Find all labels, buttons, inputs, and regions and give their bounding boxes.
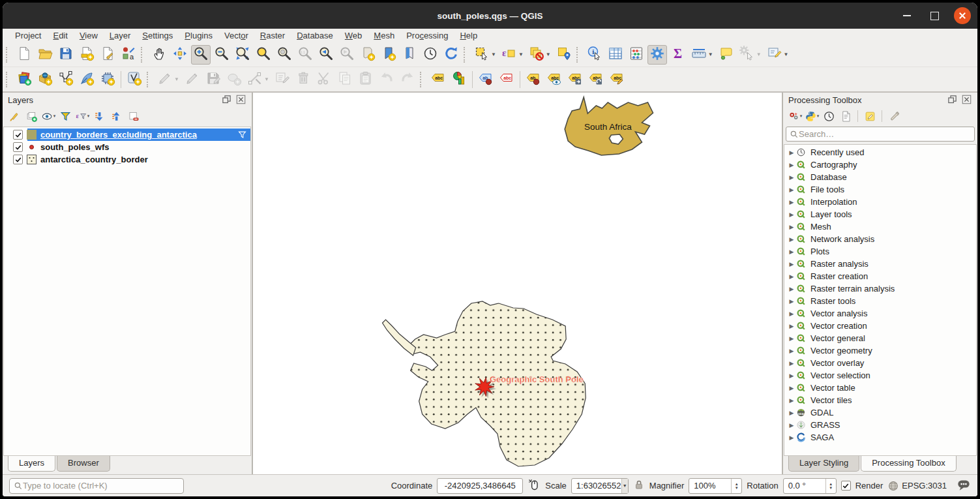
chevron-down-icon[interactable]: ▼: [708, 52, 713, 57]
expand-arrow-icon[interactable]: ▶: [787, 410, 796, 416]
toolbox-item-raster-terrain-analysis[interactable]: ▶Raster terrain analysis: [784, 282, 976, 295]
coordinate-value[interactable]: -2420925,3486645: [437, 478, 523, 494]
menu-edit[interactable]: Edit: [47, 30, 73, 41]
expand-arrow-icon[interactable]: ▶: [787, 249, 796, 255]
expand-arrow-icon[interactable]: ▶: [787, 298, 796, 305]
new-print-layout-button[interactable]: [77, 45, 97, 65]
toolbox-item-raster-creation[interactable]: ▶Raster creation: [784, 270, 976, 282]
history-button[interactable]: [821, 108, 837, 124]
select-features-button[interactable]: ▼: [472, 45, 498, 65]
change-label-button[interactable]: abc: [607, 70, 627, 89]
new-shapefile-layer-button[interactable]: [56, 70, 76, 89]
expand-arrow-icon[interactable]: ▶: [787, 310, 796, 317]
chevron-down-icon[interactable]: ▼: [621, 479, 628, 493]
toolbox-item-database[interactable]: ▶Database: [784, 171, 976, 183]
measure-line-button[interactable]: ▼: [689, 45, 715, 65]
toolbox-item-mesh[interactable]: ▶Mesh: [784, 220, 976, 233]
filter-legend-button[interactable]: [57, 108, 73, 124]
layer-row-country-borders-excluding-antarctica[interactable]: country_borders_excluding_antarctica: [4, 129, 250, 141]
locator-box[interactable]: [9, 478, 184, 494]
options-button[interactable]: [886, 108, 902, 124]
toolbar-grip[interactable]: [576, 47, 582, 63]
temporal-controller-button[interactable]: [421, 45, 440, 65]
map-canvas[interactable]: South Africa Geographic South Pole: [253, 93, 782, 474]
new-project-button[interactable]: [14, 45, 34, 65]
expand-arrow-icon[interactable]: ▶: [787, 187, 796, 193]
rotate-label-button[interactable]: abc: [586, 70, 606, 89]
style-manager-button[interactable]: a: [119, 45, 138, 65]
spinner-arrows[interactable]: ▲▼: [731, 479, 741, 493]
menu-raster[interactable]: Raster: [254, 30, 291, 41]
render-checkbox[interactable]: [841, 481, 851, 491]
menu-web[interactable]: Web: [339, 30, 368, 41]
expand-arrow-icon[interactable]: ▶: [787, 434, 796, 441]
expand-arrow-icon[interactable]: ▶: [787, 397, 796, 404]
annotations-button[interactable]: ▼: [765, 45, 791, 65]
python-button[interactable]: ▾: [804, 108, 820, 124]
toolbox-item-network-analysis[interactable]: ▶Network analysis: [784, 233, 976, 245]
new-temporary-scratch-layer-button[interactable]: [98, 70, 117, 89]
toolbox-item-vector-selection[interactable]: ▶Vector selection: [784, 369, 976, 382]
toolbox-item-vector-creation[interactable]: ▶Vector creation: [784, 320, 976, 332]
menu-settings[interactable]: Settings: [136, 30, 179, 41]
expand-arrow-icon[interactable]: ▶: [787, 360, 796, 367]
expand-arrow-icon[interactable]: ▶: [787, 385, 796, 391]
toolbox-item-raster-tools[interactable]: ▶Raster tools: [784, 295, 976, 307]
layer-row-south-poles-wfs[interactable]: south_poles_wfs: [4, 141, 250, 153]
right-dock-tab-layer-styling[interactable]: Layer Styling: [788, 456, 859, 472]
expand-arrow-icon[interactable]: ▶: [787, 224, 796, 230]
results-viewer-button[interactable]: [838, 108, 854, 124]
expand-all-button[interactable]: [91, 108, 107, 124]
open-attribute-table-button[interactable]: [606, 45, 625, 65]
zoom-to-selection-button[interactable]: [254, 45, 273, 65]
menu-help[interactable]: Help: [454, 30, 483, 41]
refresh-button[interactable]: [441, 45, 461, 65]
layer-visibility-checkbox[interactable]: [13, 155, 23, 164]
identify-features-button[interactable]: i: [585, 45, 604, 65]
chevron-down-icon[interactable]: ▼: [784, 52, 789, 57]
toolbox-item-vector-table[interactable]: ▶Vector table: [784, 382, 976, 394]
layer-labeling-button[interactable]: abc: [428, 70, 448, 89]
messages-icon[interactable]: [957, 477, 971, 494]
expand-arrow-icon[interactable]: ▶: [787, 236, 796, 243]
toolbox-item-gdal[interactable]: ▶GDALGDAL: [784, 406, 976, 419]
layer-row-antarctica-country-border[interactable]: antarctica_country_border: [4, 153, 250, 166]
magnifier-spinbox[interactable]: 100% ▲▼: [689, 478, 742, 494]
left-dock-tab-browser[interactable]: Browser: [57, 456, 110, 472]
collapse-all-button[interactable]: [108, 108, 124, 124]
expand-arrow-icon[interactable]: ▶: [787, 211, 796, 218]
menu-project[interactable]: Project: [9, 30, 47, 41]
right-dock-tab-processing-toolbox[interactable]: Processing Toolbox: [861, 456, 957, 472]
toolbox-item-layer-tools[interactable]: ▶Layer tools: [784, 208, 976, 220]
manage-map-themes-button[interactable]: ▾: [40, 108, 56, 124]
minimize-button[interactable]: [899, 8, 915, 23]
rotation-spinbox[interactable]: 0.0 ° ▲▼: [783, 478, 837, 494]
expand-arrow-icon[interactable]: ▶: [787, 372, 796, 379]
close-button[interactable]: [954, 7, 971, 24]
zoom-last-button[interactable]: [316, 45, 336, 65]
new-geopackage-layer-button[interactable]: [35, 70, 55, 89]
toolbox-item-cartography[interactable]: ▶Cartography: [784, 159, 976, 171]
field-calculator-button[interactable]: [627, 45, 646, 65]
menu-processing[interactable]: Processing: [400, 30, 454, 41]
layer-visibility-checkbox[interactable]: [13, 142, 23, 152]
processing-panel-float-icon[interactable]: [947, 95, 958, 105]
maximize-button[interactable]: [927, 8, 942, 23]
data-source-manager-button[interactable]: [14, 70, 34, 89]
toolbox-item-file-tools[interactable]: ▶File tools: [784, 183, 976, 196]
show-unplaced-labels-button[interactable]: abc: [497, 70, 516, 89]
edit-features-in-place-button[interactable]: [862, 108, 878, 124]
add-group-button[interactable]: [23, 108, 39, 124]
new-spatial-bookmark-button[interactable]: [358, 45, 378, 65]
pan-map-button[interactable]: [149, 45, 169, 65]
chevron-down-icon[interactable]: ▼: [491, 52, 496, 57]
filter-indicator-icon[interactable]: [237, 130, 247, 142]
map-tips-button[interactable]: [717, 45, 736, 65]
expand-arrow-icon[interactable]: ▶: [787, 199, 796, 205]
expand-arrow-icon[interactable]: ▶: [787, 273, 796, 280]
toolbox-item-raster-analysis[interactable]: ▶Raster analysis: [784, 258, 976, 270]
processing-panel-close-icon[interactable]: [962, 95, 972, 105]
spinner-arrows[interactable]: ▲▼: [825, 479, 836, 493]
menu-layer[interactable]: Layer: [104, 30, 137, 41]
left-dock-tab-layers[interactable]: Layers: [8, 456, 55, 472]
